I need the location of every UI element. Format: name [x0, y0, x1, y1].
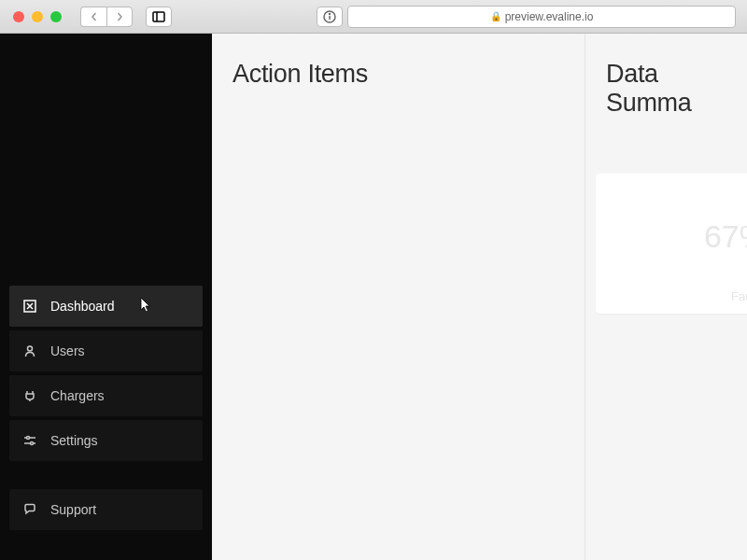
gauge-area: 67% Fault fl [596, 174, 747, 360]
back-button[interactable] [80, 7, 106, 27]
reader-button[interactable] [317, 7, 343, 27]
sidebar-item-label: Support [50, 502, 96, 517]
sidebar-item-label: Settings [50, 433, 98, 448]
url-text: preview.evaline.io [505, 10, 594, 23]
window-zoom-button[interactable] [50, 11, 62, 22]
gauge-value: 67% [704, 218, 747, 255]
nav-bottom: Support [0, 489, 212, 560]
sidebar-item-users[interactable]: Users [9, 330, 203, 371]
svg-point-12 [31, 442, 34, 445]
nav-buttons [80, 7, 133, 27]
sidebar-item-label: Users [50, 343, 85, 358]
address-bar[interactable]: 🔒 preview.evaline.io [347, 6, 736, 28]
sidebar-icon [152, 11, 165, 22]
chevron-left-icon [90, 12, 99, 21]
data-summary-panel: Data Summa 67% Fault fl [585, 34, 747, 560]
lock-icon: 🔒 [490, 11, 501, 21]
sidebar-item-settings[interactable]: Settings [9, 420, 203, 461]
main-content: Action Items Data Summa 67% Fault fl [212, 34, 747, 560]
svg-rect-0 [153, 12, 164, 21]
sidebar-item-chargers[interactable]: Chargers [9, 375, 203, 416]
gauge-card: 67% Fault fl [596, 174, 747, 314]
svg-point-4 [330, 13, 331, 14]
chevron-right-icon [115, 12, 124, 21]
user-icon [22, 343, 37, 358]
window-close-button[interactable] [13, 11, 24, 22]
action-items-title: Action Items [233, 60, 564, 89]
action-items-panel: Action Items [212, 34, 585, 560]
sidebar-item-label: Dashboard [50, 299, 115, 314]
svg-point-10 [27, 437, 30, 440]
browser-chrome: 🔒 preview.evaline.io [0, 0, 747, 34]
sidebar-toggle-button[interactable] [146, 7, 172, 27]
traffic-lights [13, 11, 62, 22]
sidebar-item-support[interactable]: Support [9, 489, 203, 530]
dashboard-icon [22, 299, 37, 314]
sliders-icon [22, 433, 37, 448]
svg-point-8 [28, 346, 33, 351]
data-summary-title: Data Summa [606, 60, 726, 118]
plug-icon [22, 388, 37, 403]
sidebar-logo-area [0, 34, 212, 286]
forward-button[interactable] [106, 7, 133, 27]
sidebar: Dashboard Users Chargers Settings [0, 34, 212, 560]
sidebar-item-label: Chargers [50, 388, 105, 403]
info-icon [323, 10, 336, 23]
sidebar-item-dashboard[interactable]: Dashboard [9, 286, 203, 327]
gauge-sublabel: Fault fl [731, 289, 747, 303]
app: Dashboard Users Chargers Settings [0, 34, 747, 560]
nav-list: Dashboard Users Chargers Settings [0, 286, 212, 461]
chat-icon [22, 502, 37, 517]
window-minimize-button[interactable] [32, 11, 43, 22]
